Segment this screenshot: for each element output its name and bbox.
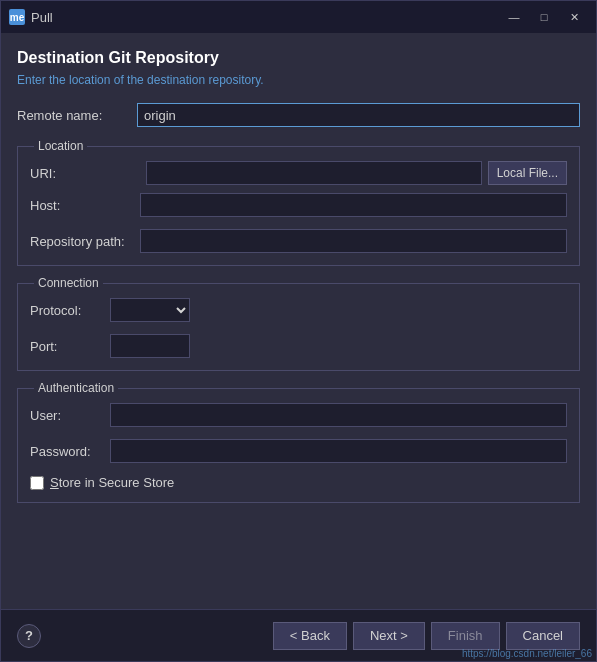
- window-controls: — □ ✕: [500, 7, 588, 27]
- local-file-button[interactable]: Local File...: [488, 161, 567, 185]
- repo-path-label: Repository path:: [30, 234, 140, 249]
- uri-input[interactable]: [146, 161, 482, 185]
- store-secure-label[interactable]: Store in Secure Store: [50, 475, 174, 490]
- password-row: Password:: [30, 439, 567, 463]
- user-input[interactable]: [110, 403, 567, 427]
- port-input[interactable]: [110, 334, 190, 358]
- page-subtitle: Enter the location of the destination re…: [17, 73, 580, 87]
- uri-label: URI:: [30, 166, 140, 181]
- password-input[interactable]: [110, 439, 567, 463]
- user-row: User:: [30, 403, 567, 427]
- password-label: Password:: [30, 444, 110, 459]
- bottom-buttons: < Back Next > Finish Cancel: [273, 622, 580, 650]
- window-title: Pull: [31, 10, 500, 25]
- repo-path-input[interactable]: [140, 229, 567, 253]
- host-input[interactable]: [140, 193, 567, 217]
- remote-name-label: Remote name:: [17, 108, 137, 123]
- protocol-select[interactable]: ssh http https: [110, 298, 190, 322]
- location-legend: Location: [34, 139, 87, 153]
- store-checkbox-row: Store in Secure Store: [30, 475, 567, 490]
- remote-name-input[interactable]: [137, 103, 580, 127]
- repo-path-row: Repository path:: [30, 229, 567, 253]
- port-label: Port:: [30, 339, 110, 354]
- protocol-label: Protocol:: [30, 303, 110, 318]
- host-row: Host:: [30, 193, 567, 217]
- content-area: Destination Git Repository Enter the loc…: [1, 33, 596, 609]
- title-bar: me Pull — □ ✕: [1, 1, 596, 33]
- host-label: Host:: [30, 198, 140, 213]
- page-title: Destination Git Repository: [17, 49, 580, 67]
- cancel-button[interactable]: Cancel: [506, 622, 580, 650]
- bottom-bar: ? < Back Next > Finish Cancel https://bl…: [1, 609, 596, 661]
- uri-row: URI: Local File...: [30, 161, 567, 185]
- back-button[interactable]: < Back: [273, 622, 347, 650]
- finish-button[interactable]: Finish: [431, 622, 500, 650]
- authentication-legend: Authentication: [34, 381, 118, 395]
- maximize-button[interactable]: □: [530, 7, 558, 27]
- location-section: Location URI: Local File... Host: Reposi…: [17, 139, 580, 266]
- port-row: Port:: [30, 334, 567, 358]
- app-icon: me: [9, 9, 25, 25]
- window: me Pull — □ ✕ Destination Git Repository…: [0, 0, 597, 662]
- connection-legend: Connection: [34, 276, 103, 290]
- minimize-button[interactable]: —: [500, 7, 528, 27]
- spacer: [17, 513, 580, 601]
- watermark: https://blog.csdn.net/leiler_66: [462, 648, 592, 659]
- user-label: User:: [30, 408, 110, 423]
- next-button[interactable]: Next >: [353, 622, 425, 650]
- store-secure-checkbox[interactable]: [30, 476, 44, 490]
- close-button[interactable]: ✕: [560, 7, 588, 27]
- protocol-row: Protocol: ssh http https: [30, 298, 567, 322]
- connection-section: Connection Protocol: ssh http https Port…: [17, 276, 580, 371]
- remote-name-row: Remote name:: [17, 103, 580, 127]
- help-button[interactable]: ?: [17, 624, 41, 648]
- authentication-section: Authentication User: Password: Store in …: [17, 381, 580, 503]
